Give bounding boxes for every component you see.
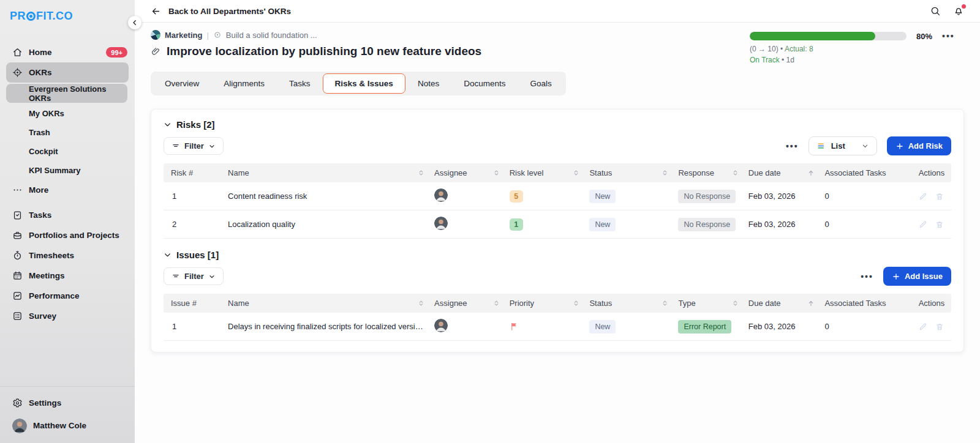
issue-assignee[interactable] — [429, 313, 505, 341]
okr-header-left: Marketing | Build a solid foundation ...… — [151, 30, 481, 64]
issues-more-menu[interactable]: ••• — [861, 272, 873, 281]
col-response[interactable]: Response — [673, 163, 743, 182]
col-priority[interactable]: Priority — [505, 294, 585, 313]
sidebar-item-settings[interactable]: Settings — [0, 393, 135, 413]
chevron-left-icon — [131, 19, 138, 26]
col-actions: Actions — [914, 294, 951, 313]
breadcrumb-objective[interactable]: Build a solid foundation ... — [226, 31, 317, 40]
more-dots-icon — [12, 185, 23, 195]
risks-view-dropdown[interactable]: List — [809, 136, 877, 155]
assignee-avatar — [434, 188, 448, 202]
col-assignee[interactable]: Assignee — [429, 294, 505, 313]
col-status[interactable]: Status — [584, 294, 673, 313]
sidebar-item-label: Performance — [29, 291, 80, 300]
issue-name[interactable]: Delays in receiving finalized scripts fo… — [223, 313, 429, 341]
risks-more-menu[interactable]: ••• — [786, 141, 799, 151]
user-menu[interactable]: Matthew Cole — [0, 415, 135, 436]
sort-icon — [573, 169, 579, 176]
risks-filter-button[interactable]: Filter — [164, 137, 224, 155]
sort-asc-icon — [807, 169, 815, 177]
edit-pencil-icon[interactable] — [919, 322, 927, 331]
sidebar-collapse-button[interactable] — [128, 16, 141, 29]
risk-associated-tasks: 0 — [820, 210, 913, 239]
sidebar-item-meetings[interactable]: Meetings — [0, 266, 135, 286]
search-icon[interactable] — [930, 6, 941, 17]
delete-trash-icon[interactable] — [935, 192, 944, 201]
sidebar-item-kpi-summary[interactable]: KPI Summary — [0, 161, 135, 180]
col-risk-num[interactable]: Risk # — [164, 163, 223, 182]
filter-icon — [172, 142, 180, 151]
risks-table-header: Risk # Name Assignee Risk level Status R… — [164, 163, 951, 182]
col-risk-level[interactable]: Risk level — [505, 163, 585, 182]
col-assignee[interactable]: Assignee — [429, 163, 505, 182]
tab-documents[interactable]: Documents — [451, 73, 518, 94]
sidebar-item-more[interactable]: More — [0, 180, 135, 200]
sort-icon — [732, 300, 739, 307]
risk-row[interactable]: 2 Localization quality 1 New No Response… — [164, 210, 951, 239]
tab-risks-issues[interactable]: Risks & Issues — [323, 73, 405, 94]
col-name[interactable]: Name — [223, 294, 429, 313]
sidebar-item-label: Portfolios and Projects — [29, 231, 119, 240]
okr-tabs: Overview Alignments Tasks Risks & Issues… — [151, 72, 566, 95]
tab-alignments[interactable]: Alignments — [211, 73, 277, 94]
sidebar-item-tasks[interactable]: Tasks — [0, 205, 135, 225]
sidebar-item-okrs[interactable]: OKRs — [6, 62, 129, 83]
sidebar-item-performance[interactable]: Performance — [0, 286, 135, 306]
sort-icon — [493, 169, 500, 176]
risk-assignee[interactable] — [429, 210, 505, 239]
tab-tasks[interactable]: Tasks — [277, 73, 323, 94]
title-row: Improve localization by publishing 10 ne… — [151, 45, 481, 58]
okr-more-menu[interactable]: ••• — [942, 31, 955, 41]
delete-trash-icon[interactable] — [935, 322, 944, 331]
risks-section-header[interactable]: Risks [2] — [164, 119, 951, 130]
sidebar-item-timesheets[interactable]: Timesheets — [0, 245, 135, 266]
risk-assignee[interactable] — [429, 182, 505, 210]
issue-row[interactable]: 1 Delays in receiving finalized scripts … — [164, 313, 951, 341]
issues-filter-button[interactable]: Filter — [164, 267, 224, 285]
sidebar-item-label: Meetings — [29, 271, 65, 280]
back-link[interactable]: Back to All Departments' OKRs — [151, 6, 291, 17]
col-issue-num[interactable]: Issue # — [164, 294, 223, 313]
risk-name[interactable]: Localization quality — [223, 210, 429, 239]
add-risk-label: Add Risk — [908, 141, 943, 151]
notifications-bell-icon[interactable] — [953, 6, 964, 17]
edit-pencil-icon[interactable] — [919, 220, 927, 229]
add-risk-button[interactable]: Add Risk — [887, 136, 951, 155]
col-associated-tasks[interactable]: Associated Tasks — [820, 163, 913, 182]
sidebar-item-cockpit[interactable]: Cockpit — [0, 142, 135, 161]
risk-associated-tasks: 0 — [820, 182, 913, 210]
sidebar-item-label: Settings — [29, 398, 61, 408]
sidebar-item-portfolios[interactable]: Portfolios and Projects — [0, 225, 135, 245]
tasks-clipboard-icon — [12, 210, 23, 220]
col-due-date[interactable]: Due date — [744, 294, 820, 313]
col-due-date[interactable]: Due date — [744, 163, 820, 182]
edit-pencil-icon[interactable] — [919, 192, 927, 201]
logo-target-icon — [26, 12, 36, 21]
tab-goals[interactable]: Goals — [518, 73, 564, 94]
col-associated-tasks[interactable]: Associated Tasks — [820, 294, 913, 313]
sidebar-item-my-okrs[interactable]: My OKRs — [0, 104, 135, 123]
progress-bar — [750, 32, 907, 40]
tab-notes[interactable]: Notes — [405, 73, 451, 94]
sidebar-item-label: Timesheets — [29, 251, 74, 260]
col-type[interactable]: Type — [673, 294, 743, 313]
row-actions — [919, 322, 946, 331]
add-issue-button[interactable]: Add Issue — [883, 267, 951, 286]
progress-fill — [750, 32, 875, 40]
col-status[interactable]: Status — [584, 163, 673, 182]
risk-name[interactable]: Content readiness risk — [223, 182, 429, 210]
delete-trash-icon[interactable] — [935, 220, 944, 229]
topbar: Back to All Departments' OKRs — [135, 0, 980, 23]
sidebar-item-evergreen-solutions-okrs[interactable]: Evergreen Solutions OKRs — [6, 84, 127, 103]
col-name[interactable]: Name — [223, 163, 429, 182]
tab-overview[interactable]: Overview — [153, 73, 211, 94]
sidebar-item-home[interactable]: Home 99+ — [0, 42, 135, 62]
issues-section-header[interactable]: Issues [1] — [164, 250, 951, 260]
assignee-avatar — [434, 319, 448, 332]
sidebar-item-trash[interactable]: Trash — [0, 123, 135, 142]
sidebar-item-survey[interactable]: Survey — [0, 306, 135, 326]
app-logo[interactable]: PR FIT.CO — [0, 0, 135, 29]
risk-row[interactable]: 1 Content readiness risk 5 New No Respon… — [164, 182, 951, 210]
breadcrumb-department[interactable]: Marketing — [165, 31, 202, 40]
progress-range-row: (0 → 10) • Actual: 8 — [750, 45, 964, 53]
